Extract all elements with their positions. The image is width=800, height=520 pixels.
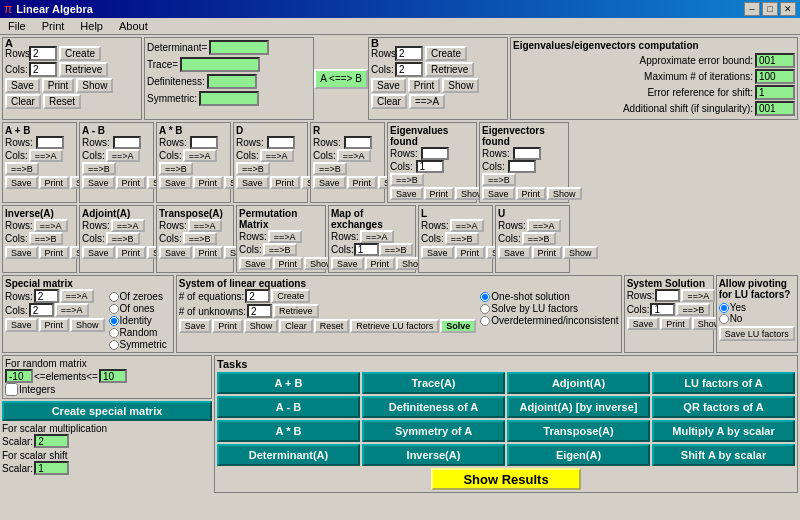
sp-cols-arrow[interactable]: ==>A [55, 303, 89, 317]
r-rows[interactable] [344, 136, 372, 149]
save-lu-button[interactable]: Save LU factors [719, 326, 795, 341]
tr-save[interactable]: Save [159, 246, 192, 259]
determinant-input[interactable] [209, 40, 269, 55]
tr-print[interactable]: Print [193, 246, 224, 259]
approx-error-input[interactable] [755, 53, 795, 68]
task-definiteness[interactable]: Definiteness of A [362, 396, 505, 418]
task-lu-factors[interactable]: LU factors of A [652, 372, 795, 394]
sys-retrieve-button[interactable]: Retrieve [273, 304, 319, 318]
tr-cols-b[interactable]: ==>B [183, 232, 217, 245]
inv-save[interactable]: Save [5, 246, 38, 259]
create-special-button[interactable]: Create special matrix [2, 401, 212, 421]
random-max-input[interactable] [99, 369, 127, 383]
sp-save[interactable]: Save [5, 318, 38, 332]
matrix-b-cols-input[interactable] [395, 62, 423, 77]
u-print[interactable]: Print [532, 246, 563, 259]
eigenval-cols[interactable] [416, 160, 444, 173]
matrix-b-reset-a-button[interactable]: ==>A [409, 94, 445, 109]
apb-rows[interactable] [36, 136, 64, 149]
amb-print[interactable]: Print [116, 176, 147, 189]
sol-print[interactable]: Print [660, 317, 691, 330]
sys-reset[interactable]: Reset [314, 319, 350, 333]
inv-rows-a[interactable]: ==>A [34, 219, 68, 232]
amb-cols-a[interactable]: ==>A [106, 149, 140, 162]
minimize-button[interactable]: – [744, 2, 760, 16]
matrix-a-cols-input[interactable] [29, 62, 57, 77]
matrix-a-rows-input[interactable] [29, 46, 57, 61]
map-cols-b[interactable]: ==>B [379, 243, 413, 256]
radio-lu[interactable]: Solve by LU factors [480, 303, 618, 314]
d-cols-a[interactable]: ==>A [260, 149, 294, 162]
adj-print[interactable]: Print [116, 246, 147, 259]
perm-cols-b[interactable]: ==>B [263, 243, 297, 256]
map-cols-val[interactable] [354, 243, 379, 256]
matrix-b-save-button[interactable]: Save [371, 78, 406, 93]
sp-cols-input[interactable] [29, 303, 54, 317]
matrix-a-create-button[interactable]: Create [59, 46, 101, 61]
atb-save[interactable]: Save [159, 176, 192, 189]
task-determinant[interactable]: Determinant(A) [217, 444, 360, 466]
sys-solve[interactable]: Solve [440, 319, 476, 333]
r-cols-b[interactable]: ==>B [313, 162, 347, 175]
scalar-mult-input[interactable] [34, 434, 69, 448]
adj-rows-a[interactable]: ==>A [111, 219, 145, 232]
matrix-b-create-button[interactable]: Create [425, 46, 467, 61]
sys-clear[interactable]: Clear [279, 319, 313, 333]
scalar-shift-input[interactable] [34, 461, 69, 475]
eigenvec-rows[interactable] [513, 147, 541, 160]
task-adjoint[interactable]: Adjoint(A) [507, 372, 650, 394]
inv-print[interactable]: Print [39, 246, 70, 259]
close-button[interactable]: ✕ [780, 2, 796, 16]
matrix-b-show-button[interactable]: Show [442, 78, 479, 93]
eigenval-rows[interactable] [421, 147, 449, 160]
task-qr-factors[interactable]: QR factors of A [652, 396, 795, 418]
sol-cols[interactable] [650, 303, 675, 316]
task-inverse[interactable]: Inverse(A) [362, 444, 505, 466]
menu-file[interactable]: File [4, 19, 30, 33]
num-eq-input[interactable] [245, 289, 270, 303]
matrix-a-retrieve-button[interactable]: Retrieve [59, 62, 108, 77]
d-print[interactable]: Print [270, 176, 301, 189]
integers-checkbox[interactable]: Integers [5, 383, 209, 396]
menu-print[interactable]: Print [38, 19, 69, 33]
sol-rows-a[interactable]: ==>A [681, 289, 715, 302]
symmetric-input[interactable] [199, 91, 259, 106]
amb-save[interactable]: Save [82, 176, 115, 189]
u-show[interactable]: Show [563, 246, 598, 259]
eigenval-cols-b[interactable]: ==>B [390, 173, 424, 186]
definiteness-input[interactable] [207, 74, 257, 89]
task-transpose[interactable]: Transpose(A) [507, 420, 650, 442]
u-rows-a[interactable]: ==>A [527, 219, 561, 232]
eigenvec-print[interactable]: Print [516, 187, 547, 200]
atb-cols-a[interactable]: ==>A [183, 149, 217, 162]
sys-print[interactable]: Print [212, 319, 243, 333]
radio-random[interactable]: Random [109, 327, 167, 338]
sp-rows-input[interactable] [34, 289, 59, 303]
r-save[interactable]: Save [313, 176, 346, 189]
num-unk-input[interactable] [247, 304, 272, 318]
random-min-input[interactable] [5, 369, 33, 383]
task-apb[interactable]: A + B [217, 372, 360, 394]
l-print[interactable]: Print [455, 246, 486, 259]
task-eigen[interactable]: Eigen(A) [507, 444, 650, 466]
map-save[interactable]: Save [331, 257, 364, 270]
sol-rows[interactable] [655, 289, 680, 302]
d-rows[interactable] [267, 136, 295, 149]
r-print[interactable]: Print [347, 176, 378, 189]
task-shift-scalar[interactable]: Shift A by scalar [652, 444, 795, 466]
eigenvec-show[interactable]: Show [547, 187, 582, 200]
eigenvec-save[interactable]: Save [482, 187, 515, 200]
d-save[interactable]: Save [236, 176, 269, 189]
sol-cols-b[interactable]: ==>B [676, 303, 710, 316]
atb-rows[interactable] [190, 136, 218, 149]
map-print[interactable]: Print [365, 257, 396, 270]
sys-save[interactable]: Save [179, 319, 212, 333]
apb-cols-btn[interactable]: ==>A [29, 149, 63, 162]
matrix-b-clear-button[interactable]: Clear [371, 94, 407, 109]
atb-print[interactable]: Print [193, 176, 224, 189]
eigenvec-cols-b[interactable]: ==>B [482, 173, 516, 186]
amb-cols-b[interactable]: ==>B [82, 162, 116, 175]
sys-retrieve-lu[interactable]: Retrieve LU factors [350, 319, 439, 333]
atb-cols-b[interactable]: ==>B [159, 162, 193, 175]
sp-show[interactable]: Show [70, 318, 105, 332]
